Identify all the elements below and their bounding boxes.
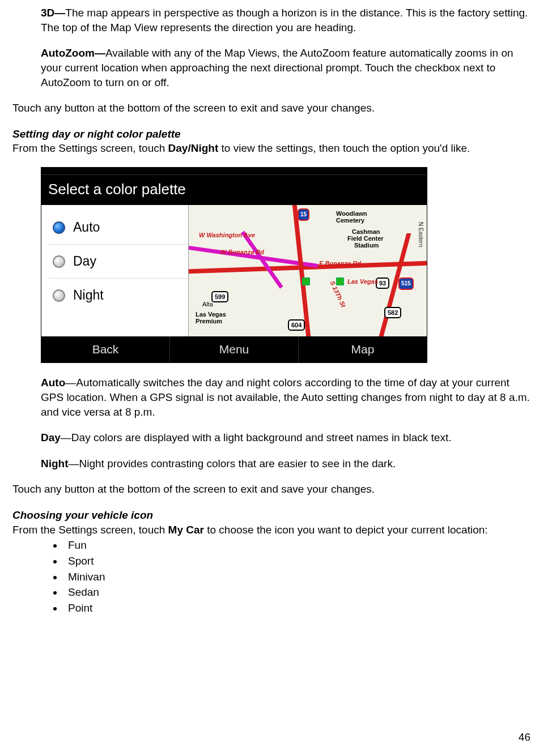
- palette-option-day[interactable]: Day: [49, 245, 188, 279]
- palette-options: Auto Day Night: [41, 205, 189, 336]
- label-3d: 3D—: [41, 7, 65, 19]
- label-auto: Auto: [41, 377, 65, 388]
- map-label: W Washington Ave: [199, 231, 255, 240]
- para-autozoom: AutoZoom—Available with any of the Map V…: [41, 46, 530, 89]
- para-night: Night—Night provides contrasting colors …: [41, 456, 530, 471]
- screenshot-frame-top: [41, 168, 427, 175]
- map-label: S 13Th St: [328, 280, 348, 309]
- radio-icon: [53, 221, 65, 234]
- palette-option-label: Day: [73, 253, 96, 270]
- vehicle-intro-bold: My Car: [168, 524, 204, 536]
- page-number: 46: [519, 730, 530, 745]
- palette-option-label: Night: [73, 287, 104, 304]
- list-item: Minivan: [63, 570, 530, 584]
- screenshot-bottom-bar: Back Menu Map: [41, 336, 427, 362]
- para-exit-2: Touch any button at the bottom of the sc…: [12, 482, 530, 497]
- list-item: Point: [63, 601, 530, 616]
- palette-option-night[interactable]: Night: [49, 279, 188, 312]
- map-label: Alta: [202, 300, 213, 309]
- map-label: Las Vegas: [347, 277, 378, 286]
- para-vehicle-intro: From the Settings screen, touch My Car t…: [12, 523, 530, 537]
- shield-route: 582: [384, 307, 401, 318]
- map-label: N Eastern: [417, 222, 425, 247]
- para-auto: Auto—Automatically switches the day and …: [41, 375, 530, 419]
- text-night: —Night provides contrasting colors that …: [69, 458, 396, 469]
- list-item: Sedan: [63, 585, 530, 600]
- para-3d: 3D—The map appears in perspective as tho…: [41, 6, 530, 35]
- palette-intro-bold: Day/Night: [168, 142, 219, 154]
- map-button[interactable]: Map: [299, 336, 427, 362]
- palette-option-label: Auto: [73, 219, 100, 236]
- road: [292, 205, 311, 336]
- shield-route: 599: [211, 291, 228, 302]
- vehicle-intro-a: From the Settings screen, touch: [12, 524, 168, 536]
- map-label: Stadium: [354, 241, 379, 250]
- list-item: Fun: [63, 538, 530, 553]
- shield-route: 604: [288, 319, 305, 331]
- text-autozoom: Available with any of the Map Views, the…: [41, 47, 513, 88]
- palette-intro-a: From the Settings screen, touch: [12, 142, 168, 154]
- shield-interstate: 515: [398, 277, 414, 290]
- para-day: Day—Day colors are displayed with a ligh…: [41, 430, 530, 445]
- poi-marker: [302, 277, 310, 285]
- radio-icon: [53, 255, 65, 268]
- map-label: Premium: [196, 317, 222, 326]
- text-3d: The map appears in perspective as though…: [41, 7, 528, 33]
- map-label: W Bonanza Rd: [220, 248, 264, 257]
- map-label: E Bonanza Rd: [319, 259, 361, 268]
- palette-option-auto[interactable]: Auto: [49, 211, 188, 245]
- shield-interstate: 15: [298, 208, 309, 221]
- heading-vehicle: Choosing your vehicle icon: [12, 508, 530, 523]
- heading-palette: Setting day or night color palette: [12, 127, 530, 142]
- para-palette-intro: From the Settings screen, touch Day/Nigh…: [12, 141, 530, 156]
- screenshot-title: Select a color palette: [41, 175, 427, 205]
- vehicle-options-list: Fun Sport Minivan Sedan Point: [12, 538, 530, 615]
- screenshot-palette: Select a color palette Auto Day Night: [41, 167, 427, 363]
- label-day: Day: [41, 432, 61, 443]
- map-preview: 15 599 604 582 93 515 Woodlawn Cemetery …: [189, 205, 427, 336]
- map-label: Cemetery: [336, 216, 364, 225]
- para-exit-1: Touch any button at the bottom of the sc…: [12, 101, 530, 116]
- list-item: Sport: [63, 554, 530, 569]
- label-night: Night: [41, 458, 69, 469]
- text-auto: —Automatically switches the day and nigh…: [41, 377, 530, 417]
- radio-icon: [53, 289, 65, 302]
- palette-intro-b: to view the settings, then touch the opt…: [218, 142, 470, 154]
- vehicle-intro-b: to choose the icon you want to depict yo…: [204, 524, 488, 536]
- text-day: —Day colors are displayed with a light b…: [61, 432, 452, 443]
- label-autozoom: AutoZoom—: [41, 47, 105, 59]
- back-button[interactable]: Back: [41, 336, 170, 362]
- menu-button[interactable]: Menu: [170, 336, 299, 362]
